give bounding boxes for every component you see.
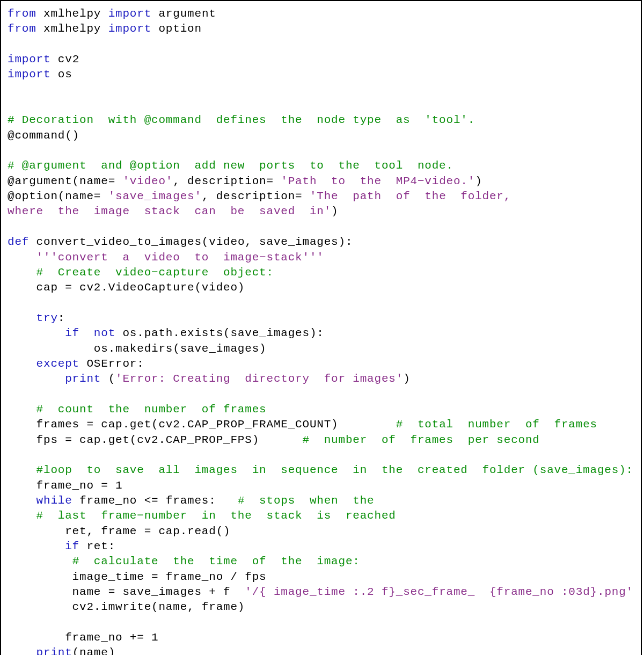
code-block: from xmlhelpy import argument from xmlhe… bbox=[0, 0, 642, 655]
code-content: from xmlhelpy import argument from xmlhe… bbox=[8, 6, 634, 655]
